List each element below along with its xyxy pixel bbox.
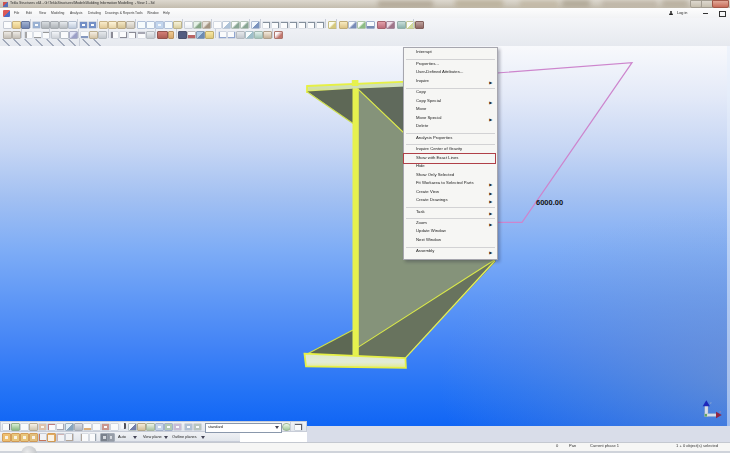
svg-text:z: z [710, 400, 712, 405]
svg-text:x: x [719, 409, 721, 414]
svg-text:6000.00: 6000.00 [536, 198, 563, 207]
